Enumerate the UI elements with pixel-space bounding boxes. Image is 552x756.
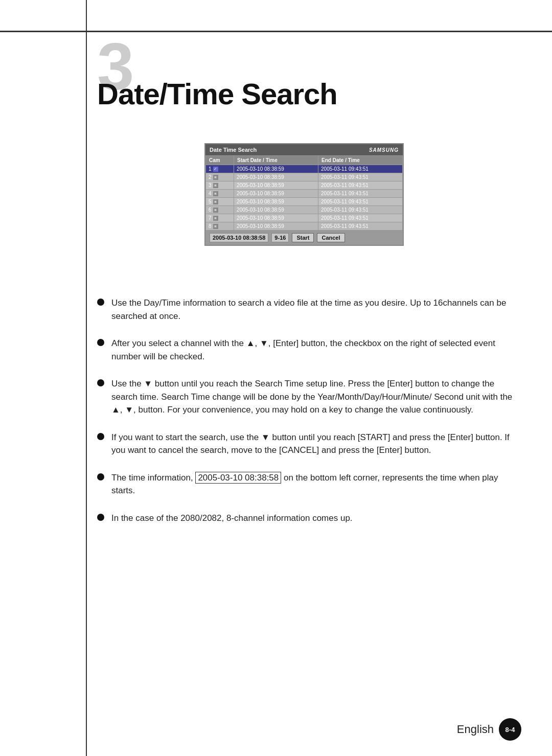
bullet-text-6: In the case of the 2080/2082, 8-channel …	[111, 512, 521, 525]
cam-cell: 8■	[206, 222, 234, 231]
cam-cell: 5■	[206, 198, 234, 206]
bullet-6: In the case of the 2080/2082, 8-channel …	[97, 512, 521, 525]
start-date-cell: 2005-03-10 08:38:59	[234, 173, 318, 181]
start-button[interactable]: Start	[292, 233, 314, 242]
table-row: 7■2005-03-10 08:38:592005-03-11 09:43:51	[206, 214, 403, 222]
table-row: 6■2005-03-10 08:38:592005-03-11 09:43:51	[206, 206, 403, 214]
start-date-cell: 2005-03-10 08:38:59	[234, 190, 318, 198]
checkbox-checked-icon: ✓	[213, 167, 218, 172]
cam-cell: 6■	[206, 206, 234, 214]
top-border	[0, 31, 552, 32]
bullet-text-1: Use the Day/Time information to search a…	[111, 296, 521, 323]
content-area: Use the Day/Time information to search a…	[97, 296, 521, 539]
cam-cell: 1✓	[206, 165, 234, 173]
screenshot-title: Date Time Search	[210, 147, 257, 153]
bullet-5-highlight: 2005-03-10 08:38:58	[195, 472, 281, 484]
cam-cell: 2■	[206, 173, 234, 181]
end-date-cell: 2005-03-11 09:43:51	[318, 222, 403, 231]
start-date-cell: 2005-03-10 08:38:59	[234, 206, 318, 214]
start-date-cell: 2005-03-10 08:38:59	[234, 222, 318, 231]
checkbox-unchecked-icon: ■	[213, 183, 218, 188]
bullet-3: Use the ▼ button until you reach the Sea…	[97, 377, 521, 417]
end-date-cell: 2005-03-11 09:43:51	[318, 165, 403, 173]
screenshot-footer: 2005-03-10 08:38:58 9-16 Start Cancel	[205, 231, 403, 245]
table-row: 2■2005-03-10 08:38:592005-03-11 09:43:51	[206, 173, 403, 181]
bullet-dot-6	[97, 514, 104, 521]
col-cam: Cam	[206, 156, 234, 165]
col-start: Start Date / Time	[234, 156, 318, 165]
bullet-text-4: If you want to start the search, use the…	[111, 431, 521, 457]
bullet-dot-5	[97, 473, 104, 480]
left-border	[86, 0, 87, 756]
start-date-cell: 2005-03-10 08:38:59	[234, 165, 318, 173]
start-date-cell: 2005-03-10 08:38:59	[234, 198, 318, 206]
footer-channel: 9-16	[271, 233, 289, 242]
samsung-logo: SAMSUNG	[369, 147, 399, 153]
bullet-4: If you want to start the search, use the…	[97, 431, 521, 457]
col-end: End Date / Time	[318, 156, 403, 165]
page-footer: English 8-4	[457, 718, 521, 741]
end-date-cell: 2005-03-11 09:43:51	[318, 190, 403, 198]
bullet-5-before: The time information,	[111, 473, 195, 483]
checkbox-unchecked-icon: ■	[213, 216, 218, 221]
bullet-dot-4	[97, 433, 104, 440]
chapter-title: Date/Time Search	[97, 77, 337, 111]
checkbox-unchecked-icon: ■	[213, 224, 218, 229]
table-row: 8■2005-03-10 08:38:592005-03-11 09:43:51	[206, 222, 403, 231]
end-date-cell: 2005-03-11 09:43:51	[318, 198, 403, 206]
bullet-dot-1	[97, 299, 104, 306]
language-label: English	[457, 723, 494, 736]
start-date-cell: 2005-03-10 08:38:59	[234, 214, 318, 222]
end-date-cell: 2005-03-11 09:43:51	[318, 206, 403, 214]
checkbox-unchecked-icon: ■	[213, 191, 218, 196]
cancel-button[interactable]: Cancel	[317, 233, 344, 242]
table-row: 4■2005-03-10 08:38:592005-03-11 09:43:51	[206, 190, 403, 198]
table-header-row: Cam Start Date / Time End Date / Time	[206, 156, 403, 165]
page-badge: 8-4	[499, 718, 521, 741]
bullet-text-2: After you select a channel with the ▲, ▼…	[111, 337, 521, 363]
table-row: 5■2005-03-10 08:38:592005-03-11 09:43:51	[206, 198, 403, 206]
table-row: 1✓2005-03-10 08:38:592005-03-11 09:43:51	[206, 165, 403, 173]
bullet-dot-3	[97, 379, 104, 386]
screenshot-ui: Date Time Search SAMSUNG Cam Start Date …	[204, 143, 404, 246]
bullet-2: After you select a channel with the ▲, ▼…	[97, 337, 521, 363]
checkbox-unchecked-icon: ■	[213, 208, 218, 213]
cam-cell: 4■	[206, 190, 234, 198]
checkbox-unchecked-icon: ■	[213, 199, 218, 204]
bullet-text-5: The time information, 2005-03-10 08:38:5…	[111, 471, 521, 497]
end-date-cell: 2005-03-11 09:43:51	[318, 214, 403, 222]
screenshot-table: Cam Start Date / Time End Date / Time 1✓…	[205, 155, 403, 231]
bullet-1: Use the Day/Time information to search a…	[97, 296, 521, 323]
screenshot-header: Date Time Search SAMSUNG	[205, 144, 403, 155]
bullet-5: The time information, 2005-03-10 08:38:5…	[97, 471, 521, 497]
start-date-cell: 2005-03-10 08:38:59	[234, 181, 318, 190]
bullet-dot-2	[97, 339, 104, 346]
checkbox-unchecked-icon: ■	[213, 175, 218, 180]
bullet-text-3: Use the ▼ button until you reach the Sea…	[111, 377, 521, 417]
cam-cell: 7■	[206, 214, 234, 222]
end-date-cell: 2005-03-11 09:43:51	[318, 173, 403, 181]
end-date-cell: 2005-03-11 09:43:51	[318, 181, 403, 190]
cam-cell: 3■	[206, 181, 234, 190]
table-row: 3■2005-03-10 08:38:592005-03-11 09:43:51	[206, 181, 403, 190]
footer-time: 2005-03-10 08:38:58	[210, 233, 268, 242]
